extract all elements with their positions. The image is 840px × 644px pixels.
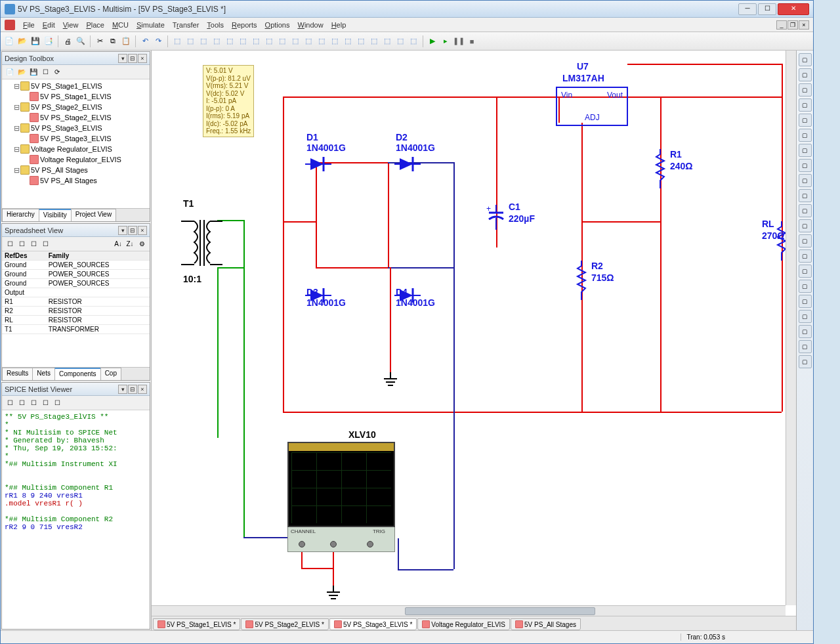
instrument-button[interactable]: ▢ bbox=[799, 325, 812, 338]
component4-button[interactable]: ⬚ bbox=[211, 35, 222, 47]
project-tree[interactable]: ⊟5V PS_Stage1_ELVIS 5V PS_Stage1_ELVIS ⊟… bbox=[2, 79, 150, 208]
instrument-button[interactable]: ▢ bbox=[799, 249, 812, 263]
spread-filter-icon[interactable]: ⚙ bbox=[136, 239, 147, 249]
spread-sort-desc-icon[interactable]: Z↓ bbox=[125, 239, 135, 249]
instrument-button[interactable]: ▢ bbox=[799, 129, 812, 142]
panel-pin-button[interactable]: ⊟ bbox=[128, 54, 137, 63]
undo-button[interactable]: ↶ bbox=[139, 35, 151, 47]
menu-place[interactable]: Place bbox=[82, 20, 108, 30]
panel-pin-button[interactable]: ⊟ bbox=[128, 385, 137, 394]
instrument-button[interactable]: ▢ bbox=[799, 98, 812, 112]
vertical-scrollbar[interactable] bbox=[786, 51, 796, 605]
component19-button[interactable]: ⬚ bbox=[408, 35, 419, 47]
mdi-restore-button[interactable]: ❐ bbox=[788, 20, 798, 30]
instrument-button[interactable]: ▢ bbox=[799, 340, 812, 353]
spread-tb-icon[interactable]: ☐ bbox=[40, 239, 51, 249]
netlist-tb-icon[interactable]: ☐ bbox=[16, 398, 27, 408]
ground-icon[interactable] bbox=[383, 372, 398, 391]
tab-components[interactable]: Components bbox=[54, 368, 101, 380]
print-button[interactable]: 🖨 bbox=[62, 35, 74, 47]
instrument-button[interactable]: ▢ bbox=[799, 295, 812, 308]
runstep-button[interactable]: ▸ bbox=[440, 35, 452, 47]
tab-nets[interactable]: Nets bbox=[32, 368, 55, 380]
instrument-button[interactable]: ▢ bbox=[799, 310, 812, 323]
pause-button[interactable]: ❚❚ bbox=[453, 35, 465, 47]
netlist-tb-icon[interactable]: ☐ bbox=[52, 398, 62, 408]
copy-button[interactable]: ⧉ bbox=[107, 35, 119, 47]
tree-node[interactable]: ⊟5V PS_Stage2_ELVIS bbox=[3, 102, 148, 112]
tab-results[interactable]: Results bbox=[2, 368, 33, 380]
component18-button[interactable]: ⬚ bbox=[394, 35, 406, 47]
component5-button[interactable]: ⬚ bbox=[224, 35, 236, 47]
panel-pin-button[interactable]: ⊟ bbox=[128, 226, 137, 235]
capacitor-c1[interactable]: + bbox=[486, 205, 506, 231]
regulator-u7[interactable]: Vin Vout ADJ bbox=[556, 87, 628, 126]
component16-button[interactable]: ⬚ bbox=[368, 35, 380, 47]
doc-tab[interactable]: 5V PS_Stage3_ELVIS * bbox=[329, 618, 417, 630]
instrument-button[interactable]: ▢ bbox=[799, 159, 812, 172]
component8-button[interactable]: ⬚ bbox=[263, 35, 275, 47]
menu-transfer[interactable]: Transfer bbox=[169, 20, 203, 30]
component13-button[interactable]: ⬚ bbox=[329, 35, 341, 47]
save-button[interactable]: 💾 bbox=[30, 35, 41, 47]
oscilloscope-xlv10[interactable]: CHANNEL TRIG bbox=[287, 442, 395, 552]
close-button[interactable]: ✕ bbox=[778, 3, 809, 15]
open-button[interactable]: 📂 bbox=[16, 35, 28, 47]
menu-view[interactable]: View bbox=[59, 20, 83, 30]
panel-close-button[interactable]: × bbox=[138, 54, 147, 63]
netlist-tb-icon[interactable]: ☐ bbox=[28, 398, 39, 408]
doc-tab[interactable]: 5V PS_Stage2_ELVIS * bbox=[241, 618, 328, 630]
component2-button[interactable]: ⬚ bbox=[184, 35, 196, 47]
new-button[interactable]: 📄 bbox=[3, 35, 15, 47]
doc-tab[interactable]: Voltage Regulator_ELVIS bbox=[417, 618, 510, 630]
saveall-button[interactable]: 📑 bbox=[43, 35, 54, 47]
panel-dropdown-button[interactable]: ▾ bbox=[118, 54, 127, 63]
instrument-button[interactable]: ▢ bbox=[799, 234, 812, 247]
run-button[interactable]: ▶ bbox=[427, 35, 438, 47]
stop-button[interactable]: ■ bbox=[466, 35, 478, 47]
instrument-button[interactable]: ▢ bbox=[799, 114, 812, 127]
instrument-button[interactable]: ▢ bbox=[799, 189, 812, 202]
doc-tab[interactable]: 5V PS_Stage1_ELVIS * bbox=[153, 618, 240, 630]
ground-icon[interactable] bbox=[326, 586, 341, 604]
doc-tab[interactable]: 5V PS_All Stages bbox=[511, 618, 581, 630]
preview-button[interactable]: 🔍 bbox=[75, 35, 87, 47]
instrument-button[interactable]: ▢ bbox=[799, 219, 812, 232]
instrument-button[interactable]: ▢ bbox=[799, 265, 812, 278]
spreadsheet-table[interactable]: RefDesFamily GroundPOWER_SOURCES GroundP… bbox=[2, 251, 150, 367]
spread-sort-asc-icon[interactable]: A↓ bbox=[113, 239, 123, 249]
resistor-r2[interactable] bbox=[576, 261, 587, 301]
component12-button[interactable]: ⬚ bbox=[316, 35, 327, 47]
tree-node[interactable]: 5V PS_Stage2_ELVIS bbox=[3, 112, 148, 123]
tree-node[interactable]: ⊟5V PS_Stage1_ELVIS bbox=[3, 81, 148, 91]
menu-window[interactable]: Window bbox=[293, 20, 327, 30]
tree-node[interactable]: Voltage Regulator_ELVIS bbox=[3, 154, 148, 165]
component1-button[interactable]: ⬚ bbox=[171, 35, 183, 47]
resistor-r1[interactable] bbox=[654, 149, 666, 190]
mdi-close-button[interactable]: × bbox=[799, 20, 809, 30]
instrument-button[interactable]: ▢ bbox=[799, 83, 812, 97]
instrument-button[interactable]: ▢ bbox=[799, 53, 812, 66]
toolbox-new-icon[interactable]: 📄 bbox=[5, 67, 15, 77]
menu-tools[interactable]: Tools bbox=[203, 20, 228, 30]
tree-node[interactable]: 5V PS_Stage1_ELVIS bbox=[3, 91, 148, 102]
instrument-button[interactable]: ▢ bbox=[799, 280, 812, 293]
toolbox-view-icon[interactable]: ☐ bbox=[40, 67, 51, 77]
horizontal-scrollbar[interactable] bbox=[152, 605, 786, 616]
instrument-button[interactable]: ▢ bbox=[799, 204, 812, 217]
instrument-button[interactable]: ▢ bbox=[799, 355, 812, 368]
component17-button[interactable]: ⬚ bbox=[381, 35, 393, 47]
netlist-tb-icon[interactable]: ☐ bbox=[40, 398, 51, 408]
toolbox-refresh-icon[interactable]: ⟳ bbox=[52, 67, 62, 77]
tab-project-view[interactable]: Project View bbox=[71, 209, 116, 221]
instrument-button[interactable]: ▢ bbox=[799, 68, 812, 81]
menu-simulate[interactable]: Simulate bbox=[133, 20, 169, 30]
transformer-t1[interactable] bbox=[178, 213, 224, 274]
netlist-text[interactable]: ** 5V PS_Stage3_ElVIS ** * * NI Multisim… bbox=[2, 410, 150, 629]
menu-reports[interactable]: Reports bbox=[228, 20, 261, 30]
panel-dropdown-button[interactable]: ▾ bbox=[118, 385, 127, 394]
toolbox-open-icon[interactable]: 📂 bbox=[16, 67, 27, 77]
component10-button[interactable]: ⬚ bbox=[289, 35, 301, 47]
toolbox-save-icon[interactable]: 💾 bbox=[28, 67, 39, 77]
tree-node[interactable]: 5V PS_Stage3_ELVIS bbox=[3, 133, 148, 144]
